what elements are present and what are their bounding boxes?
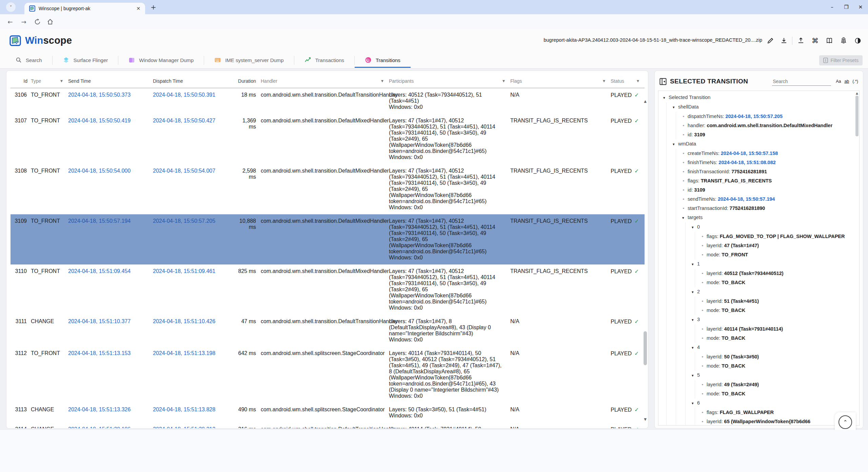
- participants-windows: Windows: 0x0: [389, 255, 506, 261]
- tree-group[interactable]: ▾5•layerId: 49 (Task=2#49)•mode: TO_BACK: [692, 371, 859, 398]
- home-button[interactable]: [45, 17, 55, 26]
- back-button[interactable]: ←: [5, 17, 15, 26]
- filter-dropdown-icon[interactable]: ▼: [637, 79, 639, 83]
- property-value[interactable]: 2024-04-18, 15:50:57.158: [721, 151, 778, 156]
- tab-window-manager-dump[interactable]: Window Manager Dump: [118, 52, 204, 68]
- send-time-link[interactable]: 2024-04-18, 15:51:10.377: [68, 318, 131, 324]
- dispatch-time-link[interactable]: 2024-04-18, 15:50:54.007: [153, 168, 215, 174]
- bullet-icon: •: [701, 408, 707, 417]
- send-time-link[interactable]: 2024-04-18, 15:51:13.153: [68, 350, 131, 356]
- window-minimize-button[interactable]: –: [829, 4, 835, 10]
- table-row[interactable]: 3110TO_FRONT2024-04-18, 15:51:09.4542024…: [11, 264, 645, 315]
- table-row[interactable]: 3106TO_FRONT2024-04-18, 15:50:50.3732024…: [11, 88, 645, 114]
- dispatch-time-link[interactable]: 2024-04-18, 15:51:10.426: [153, 318, 215, 324]
- chevron-down-icon[interactable]: ▾: [673, 103, 678, 112]
- tree-scroll-up-icon[interactable]: ▲: [856, 92, 858, 95]
- send-time-link[interactable]: 2024-04-18, 15:51:09.454: [68, 268, 131, 274]
- dispatch-time-link[interactable]: 2024-04-18, 15:50:57.205: [153, 218, 215, 224]
- column-header-status[interactable]: Status▼: [611, 78, 645, 84]
- download-icon[interactable]: [779, 36, 789, 45]
- scroll-up-arrow-icon[interactable]: ▲: [644, 99, 647, 103]
- tree-group[interactable]: ▾4•layerId: 50 (Task=3#50)•mode: TO_BACK: [692, 343, 859, 371]
- tree-group[interactable]: ▾targets▾0•flags: FLAG_MOVED_TO_TOP | FL…: [682, 213, 859, 426]
- properties-search-input[interactable]: [772, 77, 831, 86]
- table-scrollbar-thumb[interactable]: [644, 331, 647, 365]
- filter-dropdown-icon[interactable]: ▼: [60, 79, 63, 83]
- dispatch-time-link[interactable]: 2024-04-18, 15:50:50.391: [153, 92, 215, 98]
- send-time-link[interactable]: 2024-04-18, 15:50:57.194: [68, 218, 131, 224]
- send-time-link[interactable]: 2024-04-18, 15:50:50.419: [68, 118, 131, 123]
- chevron-down-icon[interactable]: ▾: [692, 260, 697, 269]
- chevron-down-icon[interactable]: ▾: [692, 399, 697, 408]
- send-time-link[interactable]: 2024-04-18, 15:51:20.186: [68, 426, 131, 429]
- match-case-icon[interactable]: Aa: [836, 79, 841, 84]
- dispatch-time-link[interactable]: 2024-04-18, 15:51:13.828: [153, 407, 215, 412]
- dispatch-time-link[interactable]: 2024-04-18, 15:51:09.461: [153, 268, 215, 274]
- documentation-icon[interactable]: [825, 36, 834, 45]
- filter-presets-button[interactable]: Filter Presets: [819, 55, 863, 65]
- match-word-icon[interactable]: ab: [844, 79, 849, 84]
- tab-search[interactable]: Search: [5, 52, 52, 68]
- tab-close-icon[interactable]: ✕: [136, 6, 140, 11]
- filter-dropdown-icon[interactable]: ▼: [381, 79, 383, 83]
- dispatch-time-link[interactable]: 2024-04-18, 15:51:20.212: [153, 426, 215, 429]
- table-row[interactable]: 3107TO_FRONT2024-04-18, 15:50:50.4192024…: [11, 114, 645, 164]
- scroll-to-top-button[interactable]: ⌃: [839, 415, 852, 429]
- tree-group[interactable]: ▾shellData•dispatchTimeNs: 2024-04-18, 1…: [673, 102, 859, 139]
- tree-group[interactable]: ▾Selected Transition▾shellData•dispatchT…: [663, 93, 859, 426]
- table-row[interactable]: 3113CHANGE2024-04-18, 15:51:13.3262024-0…: [11, 403, 645, 422]
- tab-transactions[interactable]: Transactions: [294, 52, 354, 68]
- window-restore-button[interactable]: ❐: [844, 4, 849, 10]
- table-row[interactable]: 3109TO_FRONT2024-04-18, 15:50:57.1942024…: [11, 214, 645, 264]
- chevron-down-icon[interactable]: ▾: [682, 214, 688, 222]
- edit-file-icon[interactable]: [766, 36, 775, 45]
- send-time-link[interactable]: 2024-04-18, 15:51:13.326: [68, 407, 131, 412]
- browser-tab[interactable]: Winscope | bugreport-ak ✕: [24, 3, 145, 14]
- tree-group[interactable]: ▾6•flags: FLAG_IS_WALLPAPER•layerId: 65 …: [692, 398, 859, 426]
- dispatch-time-link[interactable]: 2024-04-18, 15:50:50.427: [153, 118, 215, 123]
- chevron-down-icon[interactable]: ▾: [692, 288, 697, 297]
- scroll-down-arrow-icon[interactable]: ▼: [644, 417, 647, 421]
- filter-dropdown-icon[interactable]: ▼: [603, 79, 605, 83]
- tree-group[interactable]: ▾2•layerId: 51 (Task=4#51)•mode: TO_BACK: [692, 287, 859, 315]
- property-value[interactable]: 2024-04-18, 15:50:57.194: [718, 196, 775, 202]
- tab-surface-flinger[interactable]: Surface Flinger: [53, 52, 118, 68]
- column-header-flags[interactable]: Flags▼: [510, 78, 611, 84]
- send-time-link[interactable]: 2024-04-18, 15:50:50.373: [68, 92, 131, 98]
- regex-icon[interactable]: (.*): [852, 79, 858, 84]
- new-tab-button[interactable]: +: [151, 3, 156, 11]
- column-header-handler[interactable]: Handler▼: [261, 78, 389, 84]
- property-value[interactable]: 2024-04-18, 15:50:57.205: [725, 114, 783, 119]
- forward-button[interactable]: →: [19, 17, 28, 26]
- table-row[interactable]: 3114CHANGE2024-04-18, 15:51:20.1862024-0…: [11, 422, 645, 429]
- table-row[interactable]: 3112TO_FRONT2024-04-18, 15:51:13.1532024…: [11, 347, 645, 403]
- tree-group[interactable]: ▾1•layerId: 40512 (Task=7934#40512)•mode…: [692, 259, 859, 287]
- chevron-down-icon[interactable]: ▾: [692, 371, 697, 380]
- chevron-down-icon[interactable]: ▾: [692, 343, 697, 352]
- filter-dropdown-icon[interactable]: ▼: [502, 79, 505, 83]
- tree-group[interactable]: ▾3•layerId: 40114 (Task=7931#40114)•mode…: [692, 315, 859, 343]
- tree-group[interactable]: ▾0•flags: FLAG_MOVED_TO_TOP | FLAG_SHOW_…: [692, 222, 859, 259]
- shortcuts-icon[interactable]: ⌘: [810, 36, 820, 45]
- send-time-link[interactable]: 2024-04-18, 15:50:54.000: [68, 168, 131, 174]
- dark-mode-icon[interactable]: [853, 36, 863, 45]
- reload-button[interactable]: [33, 17, 42, 26]
- chevron-down-icon[interactable]: ▾: [692, 223, 697, 232]
- tree-scrollbar-thumb[interactable]: [855, 96, 859, 136]
- table-row[interactable]: 3111CHANGE2024-04-18, 15:51:10.3772024-0…: [11, 315, 645, 347]
- upload-icon[interactable]: [796, 36, 806, 45]
- tab-transitions[interactable]: Transitions: [355, 52, 411, 68]
- chevron-down-icon[interactable]: ▾: [663, 94, 669, 102]
- chevron-down-icon[interactable]: ▾: [673, 140, 678, 149]
- tab-search-icon[interactable]: ˅: [6, 2, 16, 12]
- table-row[interactable]: 3108TO_FRONT2024-04-18, 15:50:54.0002024…: [11, 164, 645, 214]
- property-value[interactable]: 2024-04-18, 15:51:08.082: [718, 160, 776, 165]
- dispatch-time-link[interactable]: 2024-04-18, 15:51:13.198: [153, 350, 215, 356]
- chevron-down-icon[interactable]: ▾: [692, 316, 697, 324]
- column-header-participants[interactable]: Participants▼: [389, 78, 510, 84]
- column-header-type[interactable]: Type▼: [31, 78, 68, 84]
- window-close-button[interactable]: ✕: [858, 4, 863, 10]
- tab-ime-dump[interactable]: IME system_server Dump: [204, 52, 294, 68]
- report-bug-icon[interactable]: [839, 36, 848, 45]
- tree-group[interactable]: ▾wmData•createTimeNs: 2024-04-18, 15:50:…: [673, 139, 859, 426]
